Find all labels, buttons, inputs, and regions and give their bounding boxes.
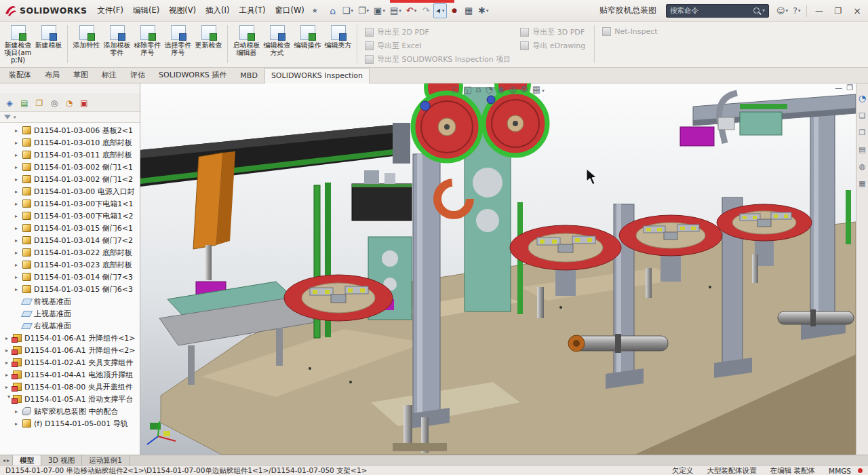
ribbon-button[interactable]: 移除零件序号 <box>132 22 163 57</box>
minimize-button[interactable]: — <box>810 3 829 19</box>
tree-item[interactable]: ▸ D1154-01-02-A1 夹具支撑组件 <box>0 356 140 368</box>
titlebar-tool[interactable]: ↶ <box>404 3 418 18</box>
tree-item[interactable]: ▸ D1154-01-03-023 底部封板 <box>0 259 140 271</box>
headsup-tool-icon[interactable]: ◻ <box>452 84 459 94</box>
titlebar-tool[interactable]: ● <box>448 3 461 18</box>
command-search-input[interactable]: 搜索命令 ▾ <box>666 4 769 18</box>
export-menu-item[interactable]: 导出至 Excel <box>365 41 511 51</box>
task-pane-icon[interactable]: ◍ <box>859 162 866 171</box>
filter-caret-icon[interactable]: ▾ <box>14 115 16 120</box>
document-tab[interactable]: 运动算例1 <box>82 455 130 466</box>
status-item[interactable]: 欠定义 <box>672 466 694 475</box>
tree-item[interactable]: ▸ D1154-01-03-002 侧门1<1 <box>0 161 140 173</box>
tree-item[interactable]: ▸ D1154-01-03-011 底部封板 <box>0 149 140 161</box>
menu-item[interactable]: 编辑(E) <box>128 2 164 19</box>
tree-item[interactable]: ▸ 右视基准面 <box>0 320 140 332</box>
commandmanager-tab[interactable]: 装配体 <box>2 66 38 83</box>
tree-item[interactable]: ▸ D1154-01-03-010 底部封板 <box>0 136 140 149</box>
net-inspect-button[interactable]: Net-Inspect <box>602 27 657 36</box>
ribbon-button[interactable]: 启动模板编辑器 <box>231 22 262 57</box>
expand-arrow-icon[interactable]: ▸ <box>15 421 22 427</box>
panel-tab-icon[interactable]: ◎ <box>47 96 61 110</box>
task-pane-icon[interactable]: ❏ <box>859 111 866 120</box>
menu-pin-icon[interactable]: ★ <box>309 7 321 14</box>
commandmanager-tab[interactable]: SOLIDWORKS 插件 <box>152 66 233 83</box>
headsup-tool-icon[interactable]: ◔ <box>486 84 493 94</box>
export-menu-item[interactable]: 导出至 3D PDF <box>520 27 585 37</box>
tree-item[interactable]: ▸ D1154-01-03-014 侧门7<3 <box>0 271 140 283</box>
tree-item[interactable]: ▸ D1154-01-06-A1 升降组件<1> <box>0 332 140 344</box>
titlebar-right-tool[interactable]: ☺ <box>774 3 790 18</box>
expand-arrow-icon[interactable]: ▸ <box>15 176 22 183</box>
menu-item[interactable]: 文件(F) <box>92 2 128 19</box>
tree-item[interactable]: ▸ 上视基准面 <box>0 307 140 320</box>
expand-arrow-icon[interactable]: ▸ <box>15 262 22 268</box>
filter-funnel-icon[interactable] <box>4 115 11 119</box>
export-menu-item[interactable]: 导出至 2D PDF <box>365 27 511 37</box>
expand-arrow-icon[interactable]: ▸ <box>15 274 22 280</box>
commandmanager-tab[interactable]: SOLIDWORKS Inspection <box>264 68 370 83</box>
commandmanager-tab[interactable]: 评估 <box>123 66 152 83</box>
document-tab[interactable]: 3D 视图 <box>41 455 82 466</box>
viewport-3d[interactable]: ◻◱⌂◔◉◍❂▦ — ❐ <box>140 83 856 455</box>
commandmanager-tab[interactable]: MBD <box>233 68 264 83</box>
tree-item[interactable]: ▸ D1154-01-03-014 侧门7<2 <box>0 234 140 246</box>
expand-arrow-icon[interactable]: ▸ <box>15 286 22 292</box>
panel-tab-icon[interactable]: ◔ <box>62 96 76 110</box>
doc-minimize-icon[interactable]: — <box>835 83 842 92</box>
titlebar-tool[interactable]: ▤ <box>388 3 403 18</box>
expand-arrow-icon[interactable]: ▸ <box>15 408 22 415</box>
tree-item[interactable]: ▸ 贴窄胶机总装图 中的配合 <box>0 405 140 417</box>
expand-arrow-icon[interactable]: ▸ <box>15 128 22 134</box>
scroll-left-icon[interactable]: ◂ <box>3 457 5 463</box>
titlebar-tool[interactable]: ➤ <box>433 3 447 18</box>
expand-arrow-icon[interactable]: ▸ <box>15 164 22 170</box>
tree-item[interactable]: ▸ D1154-01-03-00下电箱1<1 <box>0 197 140 210</box>
expand-arrow-icon[interactable]: ▸ <box>15 201 22 207</box>
headsup-tool-icon[interactable]: ◱ <box>463 84 471 94</box>
expand-arrow-icon[interactable]: ▸ <box>15 189 22 195</box>
task-pane-icon[interactable]: ◔ <box>859 93 866 103</box>
task-pane-icon[interactable]: ▤ <box>859 145 865 154</box>
status-item[interactable]: MMGS <box>829 467 851 475</box>
tree-item[interactable]: ▸ D1154-01-03-006 基板2<1 <box>0 124 140 136</box>
panel-tab-icon[interactable]: ❐ <box>33 96 46 110</box>
commandmanager-tab[interactable]: 草图 <box>66 66 95 83</box>
search-caret-icon[interactable]: ▾ <box>762 7 765 14</box>
expand-arrow-icon[interactable]: ▸ <box>15 213 22 219</box>
ribbon-button[interactable]: 添加模板零件 <box>102 22 132 57</box>
doc-restore-icon[interactable]: ❐ <box>846 83 853 92</box>
maximize-button[interactable]: ❐ <box>829 3 848 19</box>
menu-item[interactable]: 视图(V) <box>164 2 201 19</box>
status-item[interactable]: 在编辑 装配体 <box>770 466 815 475</box>
export-menu-item[interactable]: 导出 eDrawing <box>520 41 585 51</box>
titlebar-tool[interactable]: ❐ <box>356 3 371 18</box>
ribbon-button[interactable]: 编辑检查方式 <box>262 22 292 57</box>
tree-item[interactable]: ▸ D1154-01-03-00 电源入口封 <box>0 185 140 197</box>
ribbon-button[interactable]: 添加特性 <box>71 22 102 50</box>
tree-item[interactable]: ▸ D1154-01-06-A1 升降组件<2> <box>0 344 140 356</box>
panel-tab-icon[interactable]: ◈ <box>3 96 16 110</box>
headsup-tool-icon[interactable]: ◍ <box>509 84 516 94</box>
task-pane-icon[interactable]: ▦ <box>859 179 865 188</box>
headsup-tool-icon[interactable]: ⌂ <box>475 84 481 94</box>
menu-item[interactable]: 窗口(W) <box>270 2 309 19</box>
headsup-tool-icon[interactable]: ◉ <box>497 84 505 94</box>
tree-item[interactable]: ▸ D1154-01-03-00下电箱1<2 <box>0 210 140 222</box>
model-canvas[interactable] <box>140 83 856 455</box>
tree-item[interactable]: ▸ D1154-01-03-002 侧门1<2 <box>0 173 140 185</box>
tree-item[interactable]: ▸ D1154-01-05-A1 滑动支撑平台 <box>0 393 140 405</box>
expand-arrow-icon[interactable]: ▸ <box>15 238 22 244</box>
headsup-tool-icon[interactable]: ▦ <box>532 84 545 94</box>
titlebar-tool[interactable]: ❏ <box>340 3 355 18</box>
titlebar-tool[interactable]: ↷ <box>419 3 433 18</box>
expand-arrow-icon[interactable]: ▸ <box>15 225 22 231</box>
task-pane-icon[interactable]: ❐ <box>859 128 866 137</box>
ribbon-button[interactable]: 更新检查 <box>193 22 224 50</box>
expand-arrow-icon[interactable]: ▸ <box>15 140 22 146</box>
tree-item[interactable]: ▸ D1154-01-03-015 侧门6<1 <box>0 222 140 234</box>
export-menu-item[interactable]: 导出至 SOLIDWORKS Inspection 项目 <box>365 54 511 64</box>
panel-tab-icon[interactable]: ▣ <box>77 96 91 110</box>
titlebar-tool[interactable]: ▣ <box>372 3 387 18</box>
titlebar-right-tool[interactable]: ? <box>790 3 804 18</box>
